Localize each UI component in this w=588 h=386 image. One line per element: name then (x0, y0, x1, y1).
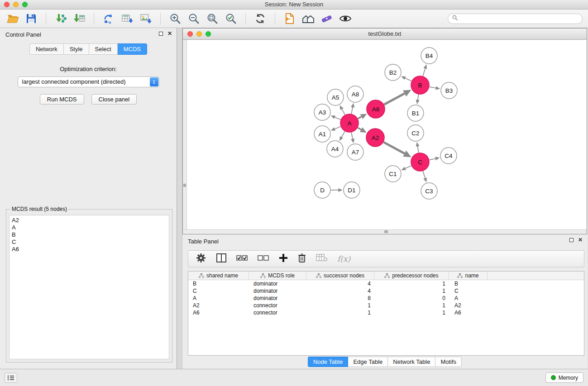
cell-predecessor-nodes[interactable]: 1 (374, 287, 449, 295)
cell-shared-name[interactable]: A2 (188, 302, 249, 309)
node-B[interactable]: B (411, 76, 429, 94)
mcds-result-item[interactable]: A (12, 224, 167, 231)
search-input[interactable] (461, 15, 578, 22)
mcds-result-list[interactable]: A2ABCA6 (9, 215, 169, 359)
edge-A-A1[interactable] (335, 127, 341, 129)
close-panel-icon[interactable]: ✕ (167, 31, 172, 36)
node-B4[interactable]: B4 (421, 48, 437, 64)
node-A5[interactable]: A5 (327, 89, 344, 105)
tab-select[interactable]: Select (89, 43, 118, 55)
column-header-MCDS-role[interactable]: MCDS role (249, 272, 306, 280)
import-network-icon[interactable] (53, 11, 68, 26)
tab-network-table[interactable]: Network Table (388, 357, 435, 367)
cell-MCDS-role[interactable]: connector (249, 302, 306, 309)
close-window-icon[interactable] (4, 2, 10, 7)
edge-B-B1[interactable] (418, 95, 419, 100)
column-header-shared-name[interactable]: shared name (188, 272, 249, 280)
network-graph[interactable]: B4B2BB3A5A8A6A3B1AC2A1A2A4A7C4CC1DD1C3 (183, 40, 587, 229)
unchecked-boxes-icon[interactable] (258, 254, 269, 263)
network-horizontal-scrollbar[interactable] (183, 229, 587, 234)
edge-A-A6[interactable] (358, 117, 362, 119)
column-header-name[interactable]: name (449, 272, 488, 280)
function-builder-icon[interactable]: f(x) (337, 254, 350, 263)
run-mcds-button[interactable]: Run MCDS (40, 94, 84, 105)
cell-shared-name[interactable]: A (188, 295, 249, 302)
cell-successor-nodes[interactable]: 4 (306, 287, 374, 295)
close-network-window-icon[interactable] (187, 31, 193, 37)
node-A4[interactable]: A4 (327, 141, 343, 157)
node-A3[interactable]: A3 (314, 104, 330, 120)
cell-predecessor-nodes[interactable]: 1 (374, 309, 449, 316)
table-row[interactable]: A6connector11A6 (188, 309, 584, 316)
mcds-result-item[interactable]: A6 (12, 246, 167, 253)
zoom-fit-icon[interactable] (205, 11, 220, 26)
cell-MCDS-role[interactable]: connector (249, 309, 306, 316)
cell-shared-name[interactable]: B (188, 280, 249, 287)
network-window-titlebar[interactable]: testGlobe.txt (183, 29, 587, 40)
tab-edge-table[interactable]: Edge Table (348, 357, 388, 367)
cell-successor-nodes[interactable]: 1 (306, 302, 374, 309)
checked-boxes-icon[interactable] (236, 254, 248, 263)
vertical-scroll-thumb[interactable] (183, 184, 186, 187)
edge-A-A8[interactable] (351, 107, 353, 114)
column-header-successor-nodes[interactable]: successor nodes (306, 272, 374, 280)
cell-successor-nodes[interactable]: 4 (306, 280, 374, 287)
add-row-icon[interactable] (279, 253, 288, 264)
horizontal-scroll-thumb[interactable] (384, 230, 388, 233)
edge-A6-B[interactable] (384, 94, 405, 105)
save-session-icon[interactable] (24, 11, 38, 26)
minimize-network-window-icon[interactable] (196, 31, 202, 37)
cell-name[interactable]: A2 (449, 302, 488, 309)
close-table-panel-icon[interactable]: ✕ (578, 237, 583, 243)
cell-MCDS-role[interactable]: dominator (249, 287, 306, 295)
node-C1[interactable]: C1 (385, 166, 401, 182)
edge-C-C4[interactable] (430, 159, 436, 160)
tab-motifs[interactable]: Motifs (435, 357, 462, 367)
node-B1[interactable]: B1 (407, 105, 424, 121)
node-B3[interactable]: B3 (441, 82, 457, 99)
edge-A-A5[interactable] (342, 109, 345, 115)
zoom-out-icon[interactable] (186, 11, 201, 26)
cell-name[interactable]: C (449, 287, 488, 295)
edge-C-C1[interactable] (405, 166, 411, 168)
node-C3[interactable]: C3 (421, 183, 437, 199)
node-A2[interactable]: A2 (366, 129, 384, 147)
zoom-window-icon[interactable] (22, 2, 28, 7)
tab-style[interactable]: Style (64, 43, 89, 55)
zoom-in-icon[interactable] (168, 11, 182, 26)
annotation-icon[interactable] (320, 11, 334, 26)
zoom-selected-icon[interactable] (224, 11, 238, 26)
table-row[interactable]: Adominator80A (188, 295, 584, 302)
import-table-icon[interactable] (72, 11, 86, 26)
edge-B-B3[interactable] (430, 87, 436, 88)
node-A[interactable]: A (340, 114, 359, 132)
criterion-dropdown[interactable]: largest connected component (directed) ▲… (18, 76, 159, 87)
node-C[interactable]: C (411, 153, 429, 171)
column-header-predecessor-nodes[interactable]: predecessor nodes (374, 272, 449, 280)
edge-A-A4[interactable] (342, 131, 345, 137)
delete-table-icon[interactable] (316, 253, 328, 265)
minimize-window-icon[interactable] (13, 2, 19, 7)
node-A6[interactable]: A6 (367, 100, 385, 118)
gear-icon[interactable] (196, 253, 206, 265)
table-row[interactable]: Bdominator41B (188, 280, 584, 287)
table-row[interactable]: A2connector11A2 (188, 302, 584, 309)
trash-icon[interactable] (297, 253, 306, 265)
network-vertical-scrollbar[interactable] (183, 40, 187, 229)
cell-predecessor-nodes[interactable]: 1 (374, 280, 449, 287)
tab-node-table[interactable]: Node Table (308, 357, 349, 367)
node-A1[interactable]: A1 (314, 126, 330, 142)
table-row[interactable]: Cdominator41C (188, 287, 584, 295)
node-A8[interactable]: A8 (347, 86, 363, 102)
search-field[interactable] (448, 14, 583, 24)
node-D[interactable]: D (314, 182, 330, 198)
cell-name[interactable]: A6 (449, 309, 488, 316)
node-B2[interactable]: B2 (385, 64, 401, 81)
show-details-eye-icon[interactable] (338, 11, 353, 26)
cell-MCDS-role[interactable]: dominator (249, 280, 306, 287)
edge-B-B4[interactable] (423, 68, 425, 76)
edge-A-A7[interactable] (351, 133, 353, 139)
panel-divider[interactable] (177, 28, 182, 369)
home-views-icon[interactable] (301, 11, 316, 26)
cell-predecessor-nodes[interactable]: 0 (374, 295, 449, 302)
